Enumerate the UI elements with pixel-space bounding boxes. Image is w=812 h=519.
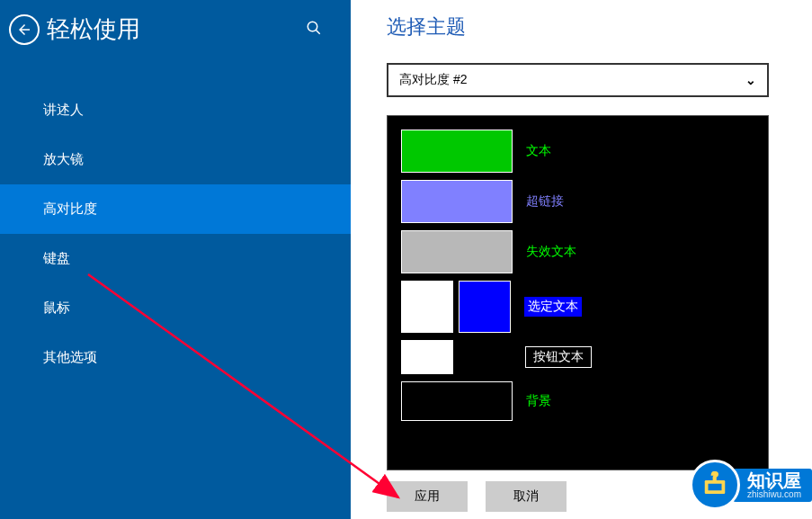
- watermark: ? 知识屋 zhishiwu.com: [690, 460, 812, 510]
- sidebar-item-keyboard[interactable]: 键盘: [0, 234, 351, 283]
- sidebar-item-narrator[interactable]: 讲述人: [0, 85, 351, 135]
- sidebar-items: 讲述人 放大镜 高对比度 键盘 鼠标 其他选项: [0, 85, 351, 382]
- preview-panel: 文本 超链接 失效文本 选定文本 按钮文本 背景: [387, 115, 769, 470]
- background-label: 背景: [526, 393, 551, 409]
- button-label: 按钮文本: [525, 346, 592, 368]
- chevron-down-icon: ⌄: [745, 73, 756, 87]
- search-icon[interactable]: [306, 20, 324, 38]
- dropdown-value: 高对比度 #2: [399, 72, 467, 88]
- back-button[interactable]: [9, 14, 40, 45]
- back-arrow-icon: [16, 22, 32, 38]
- color-row-disabled: 失效文本: [401, 230, 754, 273]
- color-row-selected: 选定文本: [401, 281, 754, 333]
- color-row-hyperlink: 超链接: [401, 180, 754, 223]
- watermark-title: 知识屋: [747, 471, 801, 489]
- svg-point-0: [308, 22, 317, 31]
- text-color-swatch[interactable]: [401, 130, 513, 173]
- selected-bg-swatch[interactable]: [459, 281, 511, 333]
- sidebar: 轻松使用 讲述人 放大镜 高对比度 键盘 鼠标 其他选项: [0, 0, 351, 519]
- svg-rect-5: [707, 483, 723, 492]
- disabled-label: 失效文本: [526, 244, 576, 260]
- sidebar-header: 轻松使用: [0, 0, 351, 58]
- apply-button[interactable]: 应用: [387, 481, 468, 512]
- selected-label: 选定文本: [524, 297, 582, 317]
- sidebar-item-high-contrast[interactable]: 高对比度: [0, 184, 351, 234]
- color-row-button: 按钮文本: [401, 340, 754, 374]
- hyperlink-color-swatch[interactable]: [401, 180, 513, 223]
- hyperlink-label: 超链接: [526, 193, 564, 210]
- color-row-background: 背景: [401, 381, 754, 421]
- sidebar-item-mouse[interactable]: 鼠标: [0, 283, 351, 333]
- sidebar-title: 轻松使用: [47, 13, 140, 45]
- watermark-subtitle: zhishiwu.com: [747, 489, 801, 499]
- background-swatch[interactable]: [401, 381, 513, 421]
- watermark-text: 知识屋 zhishiwu.com: [733, 469, 812, 502]
- button-fg-swatch[interactable]: [401, 340, 453, 374]
- watermark-logo-icon: ?: [690, 460, 740, 510]
- content-title: 选择主题: [387, 13, 776, 40]
- theme-dropdown[interactable]: 高对比度 #2 ⌄: [387, 63, 769, 97]
- selected-fg-swatch[interactable]: [401, 281, 453, 333]
- color-row-text: 文本: [401, 130, 754, 173]
- cancel-button[interactable]: 取消: [486, 481, 567, 512]
- sidebar-item-other-options[interactable]: 其他选项: [0, 333, 351, 382]
- sidebar-item-magnifier[interactable]: 放大镜: [0, 135, 351, 184]
- text-label: 文本: [526, 143, 551, 159]
- disabled-color-swatch[interactable]: [401, 230, 513, 273]
- svg-text:?: ?: [712, 471, 718, 481]
- svg-line-1: [316, 30, 320, 34]
- main-content: 选择主题 高对比度 #2 ⌄ 文本 超链接 失效文本 选定文本 按钮文本 背景: [351, 0, 812, 519]
